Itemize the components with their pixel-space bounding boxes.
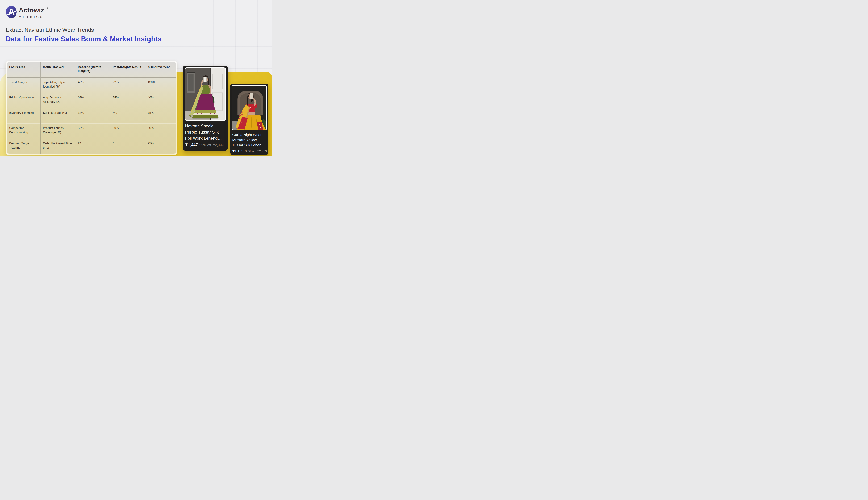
- table-cell-result: 92%: [110, 77, 145, 93]
- product-title: Navratri Special Purple Tussar Silk Foil…: [184, 123, 226, 141]
- product-title-line: Foil Work Leheng…: [185, 135, 226, 141]
- actowiz-logo-icon: A: [6, 6, 17, 18]
- product-price: ₹1,195: [232, 149, 243, 153]
- table-cell-result: 90%: [110, 123, 145, 138]
- table-cell-metric: Avg. Discount Accuracy (%): [41, 93, 75, 108]
- trademark-icon: TM: [45, 7, 48, 9]
- table-cell-improvement: 80%: [145, 123, 176, 138]
- table-cell-baseline: 40%: [76, 77, 110, 93]
- product-pricing: ₹1,195 60% off ₹2,999: [232, 149, 267, 153]
- table-cell-baseline: 18%: [76, 108, 110, 123]
- table-cell-baseline: 50%: [76, 123, 110, 138]
- table-cell-result: 6: [110, 138, 145, 154]
- product-price: ₹1,447: [185, 143, 198, 147]
- table-cell-improvement: 78%: [145, 108, 176, 123]
- product-title-line: Purple Tussar Silk: [185, 129, 226, 135]
- table-cell-metric: Stockout Rate (%): [41, 108, 75, 123]
- product-card-yellow-lehenga[interactable]: Garba Night Wear Mustard Yellow Tussar S…: [230, 83, 269, 155]
- table-cell-metric: Product Launch Coverage (%): [41, 123, 75, 138]
- table-cell-improvement: 130%: [145, 77, 176, 93]
- product-title-line: Navratri Special: [185, 123, 226, 129]
- table-cell-focus: Demand Surge Tracking: [7, 138, 41, 154]
- table-cell-metric: Top-Selling Styles Identified (%): [41, 77, 75, 93]
- table-cell-improvement: 46%: [145, 93, 176, 108]
- brand-logo: A Actowiz TM METRICS: [6, 6, 48, 19]
- table-cell-result: 95%: [110, 93, 145, 108]
- table-cell-focus: Trend Analysis: [7, 77, 41, 93]
- table-cell-improvement: 75%: [145, 138, 176, 154]
- product-pricing: ₹1,447 52% off ₹2,999: [184, 143, 226, 147]
- product-title: Garba Night Wear Mustard Yellow Tussar S…: [232, 132, 267, 148]
- product-original-price: ₹2,999: [213, 143, 224, 147]
- metrics-table: Focus Area Metric Tracked Baseline (Befo…: [6, 61, 177, 155]
- product-card-purple-lehenga[interactable]: Navratri Special Purple Tussar Silk Foil…: [183, 66, 228, 151]
- table-cell-result: 4%: [110, 108, 145, 123]
- table-cell-baseline: 24: [76, 138, 110, 154]
- page: A Actowiz TM METRICS Extract Navratri Et…: [0, 0, 272, 157]
- column-header-baseline: Baseline (Before Insights): [76, 62, 110, 77]
- metrics-table-grid: Focus Area Metric Tracked Baseline (Befo…: [7, 62, 176, 154]
- column-header-focus-area: Focus Area: [7, 62, 41, 77]
- product-photo-frame: [184, 67, 226, 121]
- product-title-line: Garba Night Wear: [232, 132, 266, 137]
- product-photo-purple-lehenga: [185, 68, 225, 120]
- product-title-line: Tussar Silk Lehen…: [232, 143, 266, 148]
- brand-tagline: METRICS: [19, 15, 48, 19]
- brand-text: Actowiz TM METRICS: [19, 6, 48, 19]
- yellow-lehenga-illustration: [232, 86, 266, 130]
- product-title-line: Mustard Yellow: [232, 137, 266, 143]
- table-cell-focus: Pricing Optimization: [7, 93, 41, 108]
- product-original-price: ₹2,999: [257, 149, 267, 153]
- column-header-post-insights: Post-Insights Result: [110, 62, 145, 77]
- product-photo-frame: [232, 85, 267, 130]
- svg-text:A: A: [8, 7, 15, 17]
- column-header-improvement: % Improvement: [145, 62, 176, 77]
- hero-subtitle: Extract Navratri Ethnic Wear Trends: [6, 27, 94, 33]
- product-discount: 52% off: [199, 143, 211, 147]
- table-cell-focus: Competitor Benchmarking: [7, 123, 41, 138]
- product-discount: 60% off: [245, 149, 255, 153]
- product-photo-yellow-lehenga: [232, 86, 266, 130]
- table-cell-baseline: 65%: [76, 93, 110, 108]
- purple-lehenga-illustration: [185, 68, 225, 120]
- column-header-metric-tracked: Metric Tracked: [41, 62, 75, 77]
- brand-name: Actowiz: [19, 7, 44, 13]
- table-cell-metric: Order Fulfillment Time (hrs): [41, 138, 75, 154]
- page-title: Data for Festive Sales Boom & Market Ins…: [6, 35, 162, 43]
- table-cell-focus: Inventory Planning: [7, 108, 41, 123]
